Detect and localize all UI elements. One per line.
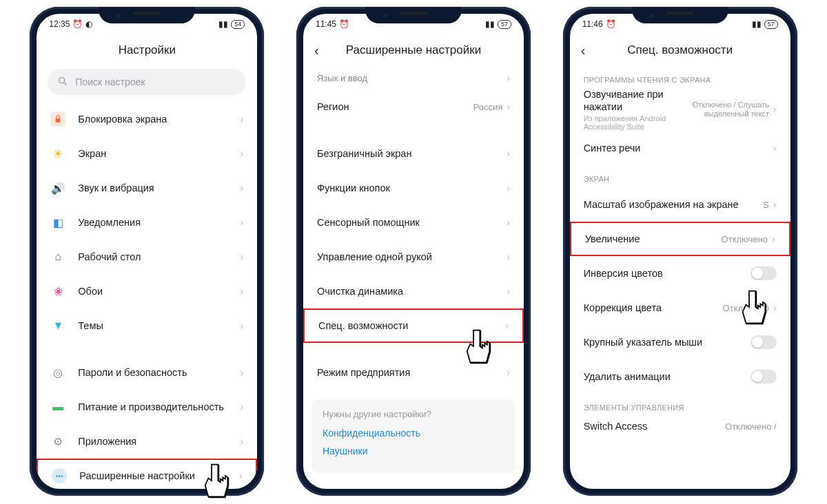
chevron-right-icon: › [773,199,777,210]
battery-icon: 57 [498,20,511,29]
chevron-right-icon: › [239,470,243,481]
title-bar: ‹ Расширенные настройки [303,34,524,66]
chevron-right-icon: › [241,320,244,331]
chevron-right-icon: › [507,101,510,112]
title-bar: ‹ Спец. возможности [570,34,790,66]
row-notifications[interactable]: ◧ Уведомления › [37,205,257,240]
row-tts[interactable]: Синтез речи› [570,131,790,165]
svg-rect-2 [56,118,61,123]
signal-icon: ▮▮ [218,19,228,29]
row-wallpaper[interactable]: ❀ Обои › [37,274,257,308]
row-accessibility[interactable]: Спец. возможности› [303,308,524,343]
chevron-right-icon: › [507,148,510,159]
phone-frame-3: 11:46⏰ ▮▮57 ‹ Спец. возможности ПРОГРАММ… [563,7,797,496]
row-remove-animations[interactable]: Удалить анимации [570,359,790,394]
section-screen-readers: ПРОГРАММЫ ЧТЕНИЯ С ЭКРАНА [570,66,790,88]
toggle-switch[interactable] [751,266,777,280]
row-fullscreen[interactable]: Безграничный экран› [303,136,524,171]
page-title: Расширенные настройки [346,43,481,57]
chevron-right-icon: › [773,302,777,313]
chevron-right-icon: › [772,233,775,244]
row-apps[interactable]: ⚙ Приложения › [37,424,257,459]
more-icon: ••• [52,468,67,483]
row-themes[interactable]: ▼ Темы › [37,308,257,343]
alarm-icon: ⏰ [339,19,349,29]
row-color-correction[interactable]: Коррекция цветаОтключено› [570,291,790,325]
themes-icon: ▼ [50,318,65,333]
chevron-right-icon: › [241,148,244,159]
link-headphones[interactable]: Наушники [323,445,504,456]
chevron-right-icon: › [241,217,244,228]
clock: 11:46 [582,19,603,29]
row-switch-access[interactable]: Switch AccessОтключено / [570,416,790,437]
chevron-right-icon: › [507,217,510,228]
battery-icon: 57 [764,20,778,29]
row-display[interactable]: ☀ Экран › [37,136,257,171]
chevron-right-icon: › [241,436,244,447]
dnd-icon: ◐ [85,19,92,29]
row-enterprise[interactable]: Режим предприятия› [303,355,524,390]
status-bar: 12:35 ⏰ ◐ ▮▮ 54 [37,14,257,34]
chevron-right-icon: › [241,114,244,125]
chevron-right-icon: › [507,251,510,262]
link-privacy[interactable]: Конфиденциальность [323,428,504,439]
clock: 11:45 [316,19,336,29]
notification-icon: ◧ [50,215,65,230]
toggle-switch[interactable] [751,335,777,349]
status-bar: 11:46⏰ ▮▮57 [570,14,790,34]
chevron-right-icon: › [241,401,244,412]
battery-icon: ▬ [50,399,65,414]
row-magnification[interactable]: УвеличениеОтключено› [570,222,790,256]
alarm-icon: ⏰ [606,19,616,29]
row-button-functions[interactable]: Функции кнопок› [303,171,524,205]
search-input[interactable]: Поиск настроек [48,69,246,95]
row-speaker-cleaner[interactable]: Очистка динамика› [303,274,524,308]
wallpaper-icon: ❀ [50,284,65,299]
row-homescreen[interactable]: ⌂ Рабочий стол › [37,240,257,274]
search-placeholder: Поиск настроек [75,76,145,87]
row-region[interactable]: Регион Россия › [303,90,524,124]
chevron-right-icon: › [241,286,244,297]
back-button[interactable]: ‹ [581,43,586,59]
phone-frame-1: 12:35 ⏰ ◐ ▮▮ 54 Настройки Поиск настроек… [30,7,264,496]
row-language[interactable]: Язык и ввод › [303,66,524,90]
signal-icon: ▮▮ [752,19,762,29]
chevron-right-icon: › [507,367,510,378]
chevron-right-icon: › [773,104,777,115]
row-select-to-speak[interactable]: Озвучивание при нажатии Из приложения An… [570,88,790,131]
chevron-right-icon: › [507,72,510,83]
row-lockscreen[interactable]: Блокировка экрана › [37,102,257,136]
row-large-pointer[interactable]: Крупный указатель мыши [570,325,790,359]
section-display: ЭКРАН [570,165,790,187]
page-title: Спец. возможности [627,43,733,57]
title-bar: Настройки [37,34,257,66]
chevron-right-icon: › [241,182,244,193]
footer-suggestions: Нужны другие настройки? Конфиденциальнос… [312,399,515,473]
row-advanced-settings[interactable]: ••• Расширенные настройки › [37,459,257,489]
battery-icon: 54 [231,20,245,29]
chevron-right-icon: › [505,320,509,331]
status-bar: 11:45⏰ ▮▮57 [303,14,524,34]
gear-icon: ⚙ [50,434,65,449]
chevron-right-icon: › [507,182,510,193]
toggle-switch[interactable] [751,370,777,384]
row-display-size[interactable]: Масштаб изображения на экранеS› [570,187,790,222]
row-security[interactable]: ◎ Пароли и безопасность › [37,355,257,390]
row-one-handed[interactable]: Управление одной рукой› [303,240,524,274]
chevron-right-icon: › [241,367,244,378]
section-controls: ЭЛЕМЕНТЫ УПРАВЛЕНИЯ [570,394,790,416]
svg-point-0 [59,77,65,83]
chevron-right-icon: › [507,286,510,297]
svg-line-1 [64,83,66,85]
row-sound[interactable]: 🔊 Звук и вибрация › [37,171,257,205]
page-title: Настройки [119,43,176,57]
row-quick-ball[interactable]: Сенсорный помощник› [303,205,524,240]
row-battery[interactable]: ▬ Питание и производительность › [37,390,257,424]
home-icon: ⌂ [50,249,65,264]
clock: 12:35 [49,19,70,29]
lock-icon [50,112,65,127]
phone-frame-2: 11:45⏰ ▮▮57 ‹ Расширенные настройки Язык… [296,7,531,496]
back-button[interactable]: ‹ [314,43,319,59]
chevron-right-icon: › [241,251,244,262]
row-color-inversion[interactable]: Инверсия цветов [570,256,790,291]
